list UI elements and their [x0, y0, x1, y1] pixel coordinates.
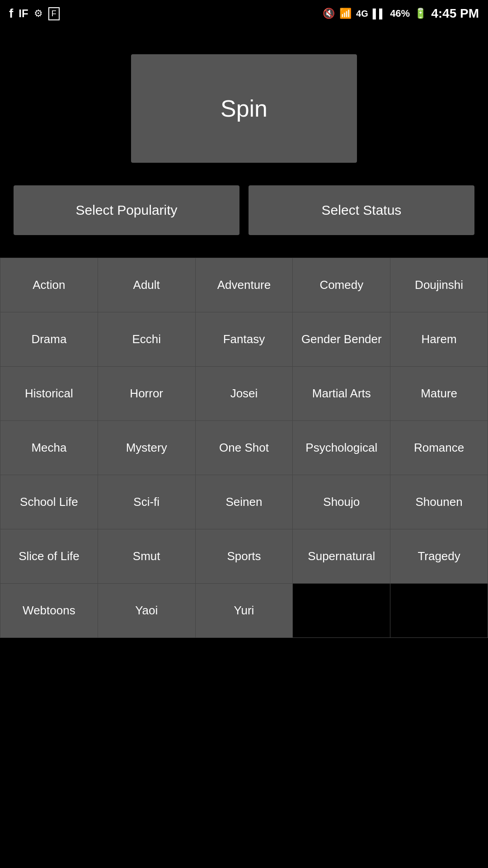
- filter-row: Select Popularity Select Status: [0, 181, 488, 253]
- genre-cell[interactable]: Yaoi: [98, 584, 196, 638]
- battery-percent: 46%: [390, 8, 410, 19]
- spin-section: Spin: [0, 27, 488, 181]
- genre-cell[interactable]: Drama: [0, 312, 98, 367]
- genre-cell[interactable]: Supernatural: [293, 529, 390, 584]
- genre-cell[interactable]: Webtoons: [0, 584, 98, 638]
- genre-cell[interactable]: Martial Arts: [293, 367, 390, 421]
- genre-cell[interactable]: Shoujo: [293, 475, 390, 529]
- favorite-icon: F: [48, 7, 60, 20]
- genre-cell[interactable]: Yuri: [196, 584, 293, 638]
- genre-cell[interactable]: Romance: [390, 421, 488, 475]
- genre-cell[interactable]: Sci-fi: [98, 475, 196, 529]
- genre-cell[interactable]: School Life: [0, 475, 98, 529]
- genre-cell[interactable]: Comedy: [293, 258, 390, 312]
- genre-cell[interactable]: Mature: [390, 367, 488, 421]
- genre-cell[interactable]: Tragedy: [390, 529, 488, 584]
- genre-cell[interactable]: Ecchi: [98, 312, 196, 367]
- genre-cell[interactable]: Adult: [98, 258, 196, 312]
- select-popularity-button[interactable]: Select Popularity: [14, 185, 239, 235]
- genre-cell[interactable]: Shounen: [390, 475, 488, 529]
- genre-cell[interactable]: Smut: [98, 529, 196, 584]
- genre-cell[interactable]: Mystery: [98, 421, 196, 475]
- time-display: 4:45 PM: [431, 6, 479, 21]
- genre-cell[interactable]: Action: [0, 258, 98, 312]
- mute-icon: 🔇: [323, 8, 335, 19]
- genre-cell[interactable]: Gender Bender: [293, 312, 390, 367]
- wifi-icon: 📶: [339, 8, 352, 19]
- facebook-icon: f: [9, 6, 13, 21]
- genre-cell[interactable]: Psychological: [293, 421, 390, 475]
- genre-cell[interactable]: Fantasy: [196, 312, 293, 367]
- genre-cell[interactable]: Seinen: [196, 475, 293, 529]
- genre-cell[interactable]: Adventure: [196, 258, 293, 312]
- status-bar-right: 🔇 📶 4G ▌▌ 46% 🔋 4:45 PM: [323, 6, 479, 21]
- network-icon: 4G: [356, 9, 368, 19]
- signal-icon: ▌▌: [373, 9, 385, 19]
- genre-cell[interactable]: Slice of Life: [0, 529, 98, 584]
- genre-grid: ActionAdultAdventureComedyDoujinshiDrama…: [0, 258, 488, 638]
- genre-cell[interactable]: One Shot: [196, 421, 293, 475]
- genre-cell[interactable]: Mecha: [0, 421, 98, 475]
- spin-button[interactable]: Spin: [131, 54, 357, 163]
- genre-cell[interactable]: Horror: [98, 367, 196, 421]
- select-status-button[interactable]: Select Status: [249, 185, 474, 235]
- if-icon: IF: [19, 7, 28, 20]
- battery-icon: 🔋: [414, 8, 427, 19]
- genre-cell[interactable]: Doujinshi: [390, 258, 488, 312]
- status-bar: f IF ⚙ F 🔇 📶 4G ▌▌ 46% 🔋 4:45 PM: [0, 0, 488, 27]
- genre-cell-empty: [293, 584, 390, 638]
- genre-cell[interactable]: Josei: [196, 367, 293, 421]
- genre-cell[interactable]: Historical: [0, 367, 98, 421]
- genre-cell[interactable]: Harem: [390, 312, 488, 367]
- genre-cell[interactable]: Sports: [196, 529, 293, 584]
- status-bar-left: f IF ⚙ F: [9, 6, 60, 21]
- settings-icon: ⚙: [34, 8, 43, 19]
- genre-cell-empty: [390, 584, 488, 638]
